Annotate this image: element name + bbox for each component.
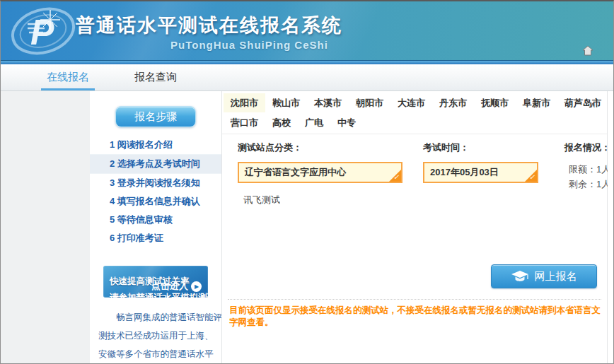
- city-tab[interactable]: 高校: [265, 113, 298, 132]
- main-navigation: 在线报名报名查询: [1, 64, 613, 91]
- city-tab[interactable]: 鞍山市: [265, 93, 307, 112]
- selected-check-icon: ✓: [389, 170, 401, 182]
- banner-cta-label: 点击进入: [151, 280, 188, 293]
- remaining-value: 剩余：1人: [564, 177, 610, 192]
- register-row: 网上报名: [222, 264, 607, 288]
- site-column: 测试站点分类： 辽宁省语言文字应用中心 ✓ 讯飞测试: [238, 141, 416, 206]
- graduation-cap-icon: [511, 271, 528, 283]
- online-register-label: 网上报名: [535, 270, 577, 283]
- site-selected-option[interactable]: 辽宁省语言文字应用中心 ✓: [238, 162, 402, 183]
- city-tab[interactable]: 中专: [330, 113, 363, 132]
- app-title: 普通话水平测试在线报名系统: [76, 13, 342, 38]
- nav-tab[interactable]: 在线报名: [41, 64, 95, 90]
- content-area: 报名步骤 1 阅读报名介绍2 选择考点及考试时间3 登录并阅读报名须知4 填写报…: [1, 91, 613, 363]
- mock-test-banner[interactable]: 快速提高测试过关率，请参加普通话水平模拟测试 点击进入 ▶: [103, 266, 208, 298]
- city-tab[interactable]: 沈阳市: [224, 93, 265, 112]
- registration-steps-list: 1 阅读报名介绍2 选择考点及考试时间3 登录并阅读报名须知4 填写报名信息并确…: [90, 136, 221, 247]
- city-tab[interactable]: 葫芦岛市: [557, 93, 608, 112]
- test-site-form: 测试站点分类： 辽宁省语言文字应用中心 ✓ 讯飞测试 考试时间： 2017年05…: [222, 134, 607, 206]
- registration-step-item[interactable]: 6 打印准考证: [90, 229, 221, 247]
- site-category-label: 测试站点分类：: [238, 141, 416, 154]
- status-column: 报名情况： 限额：1人 剩余：1人: [564, 141, 612, 206]
- selected-check-icon: ✓: [525, 170, 537, 182]
- registration-steps-button[interactable]: 报名步骤: [115, 106, 196, 127]
- time-selected-label: 2017年05月03日: [430, 167, 499, 177]
- header: P 普通话水平测试在线报名系统 PuTongHua ShuiPing CeShi: [1, 1, 613, 61]
- app-subtitle: PuTongHua ShuiPing CeShi: [170, 39, 328, 51]
- promo-text-line: 安徽等多个省市的普通话水平: [98, 345, 213, 363]
- registration-step-item[interactable]: 4 填写报名信息并确认: [90, 192, 221, 211]
- registration-step-item[interactable]: 3 登录并阅读报名须知: [90, 174, 221, 192]
- promo-paragraph: 畅言网集成的普通话智能评测技术已经成功运用于上海、安徽等多个省市的普通话水平: [98, 308, 213, 363]
- city-tab[interactable]: 大连市: [390, 93, 432, 112]
- test-time-label: 考试时间：: [423, 141, 564, 154]
- quota-value: 限额：1人: [564, 162, 610, 177]
- registration-step-item[interactable]: 5 等待信息审核: [90, 211, 221, 229]
- notice-text: 目前该页面仅显示接受在线报名的测试站，不接受在线报名或暂无报名的测试站请到本省语…: [222, 300, 607, 329]
- registration-step-item[interactable]: 2 选择考点及考试时间: [90, 154, 221, 174]
- city-tab[interactable]: 抚顺市: [474, 93, 516, 112]
- registration-status-label: 报名情况：: [564, 141, 610, 154]
- site-selected-label: 辽宁省语言文字应用中心: [245, 167, 346, 177]
- banner-cta[interactable]: 点击进入 ▶: [151, 280, 202, 293]
- page: P 普通话水平测试在线报名系统 PuTongHua ShuiPing CeShi…: [0, 0, 614, 364]
- registration-step-item[interactable]: 1 阅读报名介绍: [90, 136, 221, 154]
- app-logo-icon: P: [9, 4, 83, 58]
- city-tab[interactable]: 丹东市: [432, 93, 474, 112]
- city-tab[interactable]: 阜新市: [516, 93, 557, 112]
- promo-text-line: 测技术已经成功运用于上海、: [98, 327, 213, 345]
- city-tab[interactable]: 朝阳市: [349, 93, 390, 112]
- online-register-button[interactable]: 网上报名: [491, 264, 597, 288]
- play-icon: ▶: [191, 281, 202, 292]
- promo-text-line: 畅言网集成的普通话智能评: [98, 308, 213, 327]
- city-tabs-row-1: ∧ 沈阳市鞍山市本溪市朝阳市大连市丹东市抚顺市阜新市葫芦岛市锦州市辽阳市盘锦市铁…: [224, 93, 603, 112]
- city-tab[interactable]: 本溪市: [307, 93, 349, 112]
- nav-tab[interactable]: 报名查询: [129, 64, 183, 90]
- site-other-option[interactable]: 讯飞测试: [238, 194, 416, 206]
- city-tabs: ∧ 沈阳市鞍山市本溪市朝阳市大连市丹东市抚顺市阜新市葫芦岛市锦州市辽阳市盘锦市铁…: [222, 91, 607, 132]
- time-column: 考试时间： 2017年05月03日 ✓: [423, 141, 564, 206]
- home-icon[interactable]: [582, 45, 593, 56]
- city-tab[interactable]: 营口市: [224, 113, 265, 132]
- time-selected-option[interactable]: 2017年05月03日 ✓: [423, 162, 538, 183]
- left-gutter: [1, 91, 90, 363]
- city-tabs-row-2: 营口市高校广电中专: [224, 112, 603, 132]
- sidebar: 报名步骤 1 阅读报名介绍2 选择考点及考试时间3 登录并阅读报名须知4 填写报…: [90, 91, 221, 363]
- city-tab[interactable]: 广电: [298, 113, 330, 132]
- main-panel: ∧ 沈阳市鞍山市本溪市朝阳市大连市丹东市抚顺市阜新市葫芦岛市锦州市辽阳市盘锦市铁…: [221, 91, 608, 363]
- right-gutter: [608, 91, 613, 363]
